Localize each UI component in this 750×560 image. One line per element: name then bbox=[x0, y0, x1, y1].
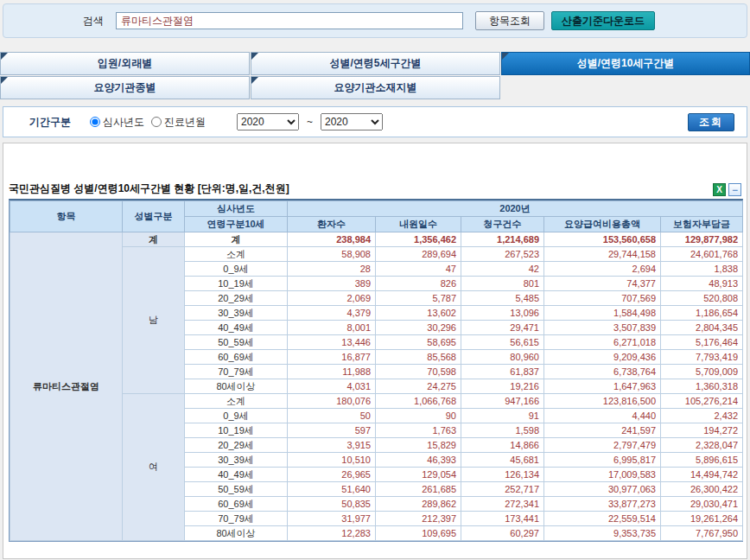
age-cell: 50_59세 bbox=[185, 335, 288, 350]
value-cell: 33,877,273 bbox=[544, 497, 661, 512]
age-cell: 50_59세 bbox=[185, 482, 288, 497]
value-cell: 105,276,214 bbox=[661, 394, 743, 409]
col-header-visit-days: 내원일수 bbox=[376, 217, 461, 232]
value-cell: 9,353,735 bbox=[544, 526, 661, 541]
value-cell: 45,681 bbox=[461, 453, 544, 468]
value-cell: 12,283 bbox=[288, 526, 376, 541]
value-cell: 46,393 bbox=[376, 453, 461, 468]
value-cell: 1,584,498 bbox=[544, 306, 661, 321]
age-cell: 70_79세 bbox=[185, 512, 288, 526]
value-cell: 707,569 bbox=[544, 291, 661, 306]
search-button[interactable]: 조회 bbox=[688, 113, 734, 131]
value-cell: 597 bbox=[288, 423, 376, 438]
value-cell: 7,793,419 bbox=[661, 350, 743, 365]
tab-row-2: 요양기관종별 요양기관소재지별 bbox=[0, 76, 750, 99]
value-cell: 29,471 bbox=[461, 321, 544, 335]
content-panel: 국민관심질병 성별/연령10세구간별 현황 [단위:명,일,건,천원] X − … bbox=[3, 143, 747, 559]
col-header-total-cost: 요양급여비용총액 bbox=[544, 217, 661, 232]
value-cell: 2,432 bbox=[661, 409, 743, 423]
radio-treatment-month-label[interactable]: 진료년월 bbox=[164, 115, 206, 130]
excel-export-icon[interactable]: X bbox=[713, 183, 726, 196]
table-title: 국민관심질병 성별/연령10세구간별 현황 [단위:명,일,건,천원] bbox=[9, 181, 289, 196]
item-name-cell: 류마티스관절염 bbox=[10, 232, 123, 541]
value-cell: 29,744,158 bbox=[544, 247, 661, 262]
gender-cell: 남 bbox=[123, 247, 185, 394]
value-cell: 129,054 bbox=[376, 468, 461, 482]
value-cell: 238,984 bbox=[288, 232, 376, 247]
value-cell: 74,377 bbox=[544, 277, 661, 291]
period-radio-group: 심사년도 진료년월 bbox=[83, 115, 206, 130]
search-label: 검색 bbox=[83, 14, 104, 29]
search-input[interactable] bbox=[116, 12, 463, 29]
age-cell: 70_79세 bbox=[185, 365, 288, 379]
age-cell: 10_19세 bbox=[185, 423, 288, 438]
value-cell: 47 bbox=[376, 262, 461, 277]
value-cell: 2,694 bbox=[544, 262, 661, 277]
statistics-table: 항목 성별구분 심사년도 2020년 연령구분10세 환자수 내원일수 청구건수… bbox=[9, 199, 743, 542]
tab-inpatient-outpatient[interactable]: 입원/외래별 bbox=[0, 52, 250, 75]
radio-treatment-month[interactable] bbox=[151, 117, 162, 127]
value-cell: 30,296 bbox=[376, 321, 461, 335]
header-row-1: 항목 성별구분 심사년도 2020년 bbox=[10, 201, 743, 217]
col-header-gender: 성별구분 bbox=[123, 201, 185, 232]
tab-gender-age10[interactable]: 성별/연령10세구간별 bbox=[501, 52, 750, 75]
table-body: 류마티스관절염계계238,9841,356,4621,214,689153,56… bbox=[10, 232, 743, 541]
year-to-select[interactable]: 2020 bbox=[321, 113, 383, 130]
value-cell: 5,787 bbox=[376, 291, 461, 306]
age-cell: 40_49세 bbox=[185, 321, 288, 335]
value-cell: 1,838 bbox=[661, 262, 743, 277]
value-cell: 29,030,471 bbox=[661, 497, 743, 512]
value-cell: 2,069 bbox=[288, 291, 376, 306]
year-from-select[interactable]: 2020 bbox=[237, 113, 299, 130]
age-cell: 30_39세 bbox=[185, 453, 288, 468]
col-header-age-group: 연령구분10세 bbox=[185, 217, 288, 232]
tab-strip: 입원/외래별 성별/연령5세구간별 성별/연령10세구간별 요양기관종별 요양기… bbox=[0, 52, 750, 99]
value-cell: 4,440 bbox=[544, 409, 661, 423]
gender-total-cell: 계 bbox=[123, 232, 185, 247]
value-cell: 4,031 bbox=[288, 379, 376, 394]
value-cell: 15,829 bbox=[376, 438, 461, 453]
value-cell: 801 bbox=[461, 277, 544, 291]
item-query-button[interactable]: 항목조회 bbox=[475, 11, 544, 30]
value-cell: 58,695 bbox=[376, 335, 461, 350]
value-cell: 19,216 bbox=[461, 379, 544, 394]
value-cell: 1,356,462 bbox=[376, 232, 461, 247]
value-cell: 24,601,768 bbox=[661, 247, 743, 262]
value-cell: 194,272 bbox=[661, 423, 743, 438]
value-cell: 16,877 bbox=[288, 350, 376, 365]
value-cell: 90 bbox=[376, 409, 461, 423]
age-cell: 20_29세 bbox=[185, 291, 288, 306]
value-cell: 13,446 bbox=[288, 335, 376, 350]
tab-institution-type[interactable]: 요양기관종별 bbox=[0, 76, 250, 99]
value-cell: 180,076 bbox=[288, 394, 376, 409]
gender-cell: 여 bbox=[123, 394, 185, 541]
col-header-year-group: 2020년 bbox=[288, 201, 743, 217]
tab-gender-age5[interactable]: 성별/연령5세구간별 bbox=[251, 52, 500, 75]
value-cell: 2,797,479 bbox=[544, 438, 661, 453]
value-cell: 91 bbox=[461, 409, 544, 423]
radio-review-year[interactable] bbox=[90, 117, 100, 127]
collapse-icon[interactable]: − bbox=[728, 183, 741, 196]
value-cell: 13,096 bbox=[461, 306, 544, 321]
tilde-separator: ~ bbox=[307, 116, 313, 128]
value-cell: 10,510 bbox=[288, 453, 376, 468]
value-cell: 123,816,500 bbox=[544, 394, 661, 409]
age-cell: 40_49세 bbox=[185, 468, 288, 482]
value-cell: 26,965 bbox=[288, 468, 376, 482]
criteria-download-button[interactable]: 산출기준다운로드 bbox=[551, 11, 655, 30]
value-cell: 129,877,982 bbox=[661, 232, 743, 247]
radio-review-year-label[interactable]: 심사년도 bbox=[103, 115, 144, 130]
value-cell: 2,328,047 bbox=[661, 438, 743, 453]
value-cell: 109,695 bbox=[376, 526, 461, 541]
value-cell: 1,763 bbox=[376, 423, 461, 438]
value-cell: 5,485 bbox=[461, 291, 544, 306]
value-cell: 61,837 bbox=[461, 365, 544, 379]
age-cell: 10_19세 bbox=[185, 277, 288, 291]
tab-institution-location[interactable]: 요양기관소재지별 bbox=[251, 76, 500, 99]
value-cell: 252,717 bbox=[461, 482, 544, 497]
value-cell: 5,896,615 bbox=[661, 453, 743, 468]
value-cell: 11,988 bbox=[288, 365, 376, 379]
value-cell: 1,360,318 bbox=[661, 379, 743, 394]
value-cell: 126,134 bbox=[461, 468, 544, 482]
value-cell: 24,275 bbox=[376, 379, 461, 394]
